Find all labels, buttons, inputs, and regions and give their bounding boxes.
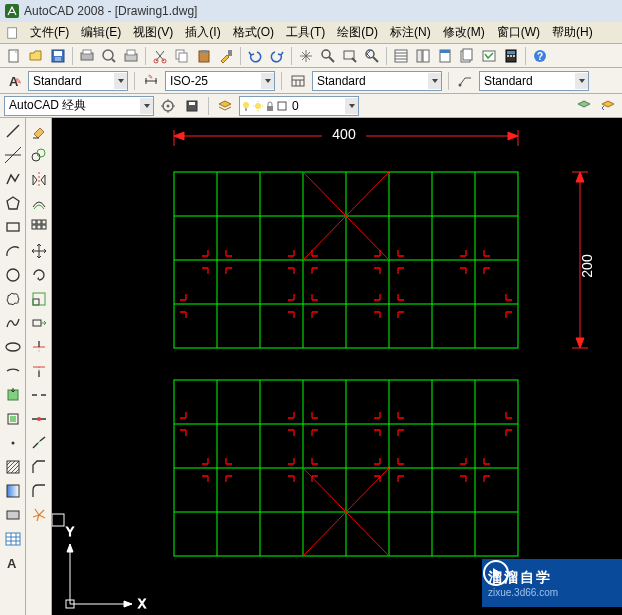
dim-style-combo[interactable]: ISO-25 (165, 71, 275, 91)
join-tool[interactable] (28, 432, 50, 454)
menu-window[interactable]: 窗口(W) (491, 22, 546, 43)
line-tool[interactable] (2, 120, 24, 142)
dim-style-button[interactable]: ✎ (141, 71, 161, 91)
doc-icon (6, 26, 20, 40)
menu-insert[interactable]: 插入(I) (179, 22, 226, 43)
chevron-down-icon[interactable] (428, 73, 441, 89)
menu-view[interactable]: 视图(V) (127, 22, 179, 43)
break-tool[interactable] (28, 384, 50, 406)
chevron-down-icon[interactable] (345, 98, 358, 114)
zoom-window-button[interactable] (340, 46, 360, 66)
mtext-tool[interactable]: A (2, 552, 24, 574)
chamfer-tool[interactable] (28, 456, 50, 478)
mleader-style-value: Standard (480, 74, 575, 88)
gradient-tool[interactable] (2, 480, 24, 502)
layer-combo[interactable]: 0 (239, 96, 359, 116)
preview-button[interactable] (99, 46, 119, 66)
point-tool[interactable] (2, 432, 24, 454)
ellipse-tool[interactable] (2, 336, 24, 358)
fillet-tool[interactable] (28, 480, 50, 502)
mirror-tool[interactable] (28, 168, 50, 190)
ellipse-arc-tool[interactable] (2, 360, 24, 382)
revcloud-tool[interactable] (2, 288, 24, 310)
sheetset-button[interactable] (457, 46, 477, 66)
table-style-button[interactable] (288, 71, 308, 91)
rectangle-tool[interactable] (2, 216, 24, 238)
layer-properties-button[interactable] (215, 96, 235, 116)
chevron-down-icon[interactable] (575, 73, 588, 89)
copy-tool[interactable] (28, 144, 50, 166)
designcenter-button[interactable] (413, 46, 433, 66)
toolpalettes-button[interactable] (435, 46, 455, 66)
break-at-point-tool[interactable] (28, 408, 50, 430)
circle-tool[interactable] (2, 264, 24, 286)
redo-button[interactable] (267, 46, 287, 66)
matchprop-button[interactable] (216, 46, 236, 66)
array-tool[interactable] (28, 216, 50, 238)
mleader-style-combo[interactable]: Standard (479, 71, 589, 91)
svg-point-75 (6, 343, 20, 351)
titlebar: AutoCAD 2008 - [Drawing1.dwg] (0, 0, 622, 22)
stretch-tool[interactable] (28, 312, 50, 334)
region-tool[interactable] (2, 504, 24, 526)
svg-rect-98 (37, 225, 41, 229)
copy-button[interactable] (172, 46, 192, 66)
zoom-button[interactable] (318, 46, 338, 66)
svg-rect-99 (42, 225, 46, 229)
spline-tool[interactable] (2, 312, 24, 334)
offset-tool[interactable] (28, 192, 50, 214)
menu-file[interactable]: 文件(F) (24, 22, 75, 43)
menu-draw[interactable]: 绘图(D) (331, 22, 384, 43)
layer-previous-button[interactable] (598, 96, 618, 116)
pan-button[interactable] (296, 46, 316, 66)
menu-dimension[interactable]: 标注(N) (384, 22, 437, 43)
extend-tool[interactable] (28, 360, 50, 382)
scale-tool[interactable] (28, 288, 50, 310)
workspace-combo[interactable]: AutoCAD 经典 (4, 96, 154, 116)
paste-button[interactable] (194, 46, 214, 66)
menu-edit[interactable]: 编辑(E) (75, 22, 127, 43)
polyline-tool[interactable] (2, 168, 24, 190)
layer-states-button[interactable] (574, 96, 594, 116)
drawing-canvas[interactable]: 400 200 (52, 118, 622, 615)
move-tool[interactable] (28, 240, 50, 262)
insert-block-tool[interactable] (2, 384, 24, 406)
xline-tool[interactable] (2, 144, 24, 166)
polygon-tool[interactable] (2, 192, 24, 214)
trim-tool[interactable] (28, 336, 50, 358)
properties-button[interactable] (391, 46, 411, 66)
workspace-save-button[interactable] (182, 96, 202, 116)
workspace-settings-button[interactable] (158, 96, 178, 116)
menu-help[interactable]: 帮助(H) (546, 22, 599, 43)
chevron-down-icon[interactable] (114, 73, 127, 89)
explode-tool[interactable] (28, 504, 50, 526)
open-button[interactable] (26, 46, 46, 66)
markup-button[interactable] (479, 46, 499, 66)
workspace: A 400 (0, 118, 622, 615)
table-style-combo[interactable]: Standard (312, 71, 442, 91)
mleader-style-button[interactable] (455, 71, 475, 91)
text-style-combo[interactable]: Standard (28, 71, 128, 91)
rotate-tool[interactable] (28, 264, 50, 286)
cut-button[interactable] (150, 46, 170, 66)
arc-tool[interactable] (2, 240, 24, 262)
publish-button[interactable] (121, 46, 141, 66)
save-button[interactable] (48, 46, 68, 66)
calc-button[interactable] (501, 46, 521, 66)
menu-modify[interactable]: 修改(M) (437, 22, 491, 43)
text-style-button[interactable]: A✎ (4, 71, 24, 91)
svg-marker-72 (7, 197, 19, 209)
erase-tool[interactable] (28, 120, 50, 142)
new-button[interactable] (4, 46, 24, 66)
hatch-tool[interactable] (2, 456, 24, 478)
chevron-down-icon[interactable] (261, 73, 274, 89)
chevron-down-icon[interactable] (140, 98, 153, 114)
help-button[interactable]: ? (530, 46, 550, 66)
table-tool[interactable] (2, 528, 24, 550)
make-block-tool[interactable] (2, 408, 24, 430)
menu-format[interactable]: 格式(O) (227, 22, 280, 43)
menu-tools[interactable]: 工具(T) (280, 22, 331, 43)
undo-button[interactable] (245, 46, 265, 66)
plot-button[interactable] (77, 46, 97, 66)
zoom-prev-button[interactable] (362, 46, 382, 66)
